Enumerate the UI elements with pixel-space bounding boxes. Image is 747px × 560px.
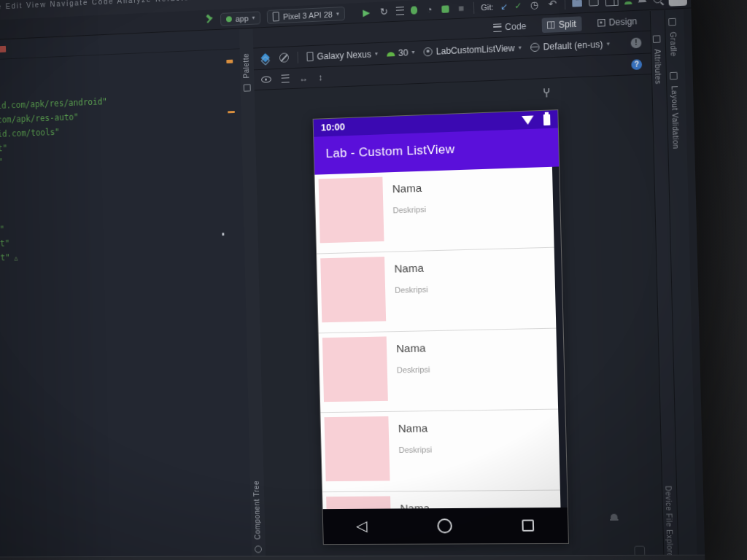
item-description: Deskripsi bbox=[392, 205, 426, 214]
palette-tab[interactable]: Palette bbox=[242, 53, 251, 92]
attributes-tab[interactable]: Attributes bbox=[653, 35, 662, 85]
palette-icon bbox=[244, 84, 251, 91]
item-thumbnail bbox=[320, 257, 386, 322]
item-description: Deskripsi bbox=[395, 285, 428, 295]
tab-code[interactable]: Code bbox=[487, 18, 532, 35]
tab-design[interactable]: Design bbox=[592, 14, 643, 31]
item-thumbnail bbox=[324, 416, 390, 481]
list-item[interactable]: Nama Deskripsi bbox=[317, 247, 563, 333]
git-label: Git: bbox=[481, 2, 494, 12]
profile-button[interactable]: ◔ bbox=[424, 4, 436, 15]
phone-icon bbox=[273, 12, 279, 21]
sdk-manager-icon[interactable] bbox=[624, 0, 632, 4]
device-manager-icon[interactable] bbox=[605, 0, 618, 6]
vertical-resize-icon[interactable]: ↕ bbox=[318, 72, 322, 82]
code-line: tent" bbox=[0, 238, 9, 249]
undo-button[interactable]: ↶ bbox=[546, 0, 558, 9]
list-item[interactable]: Nama Deskripsi bbox=[322, 491, 568, 510]
item-name: Nama bbox=[396, 341, 426, 354]
canvas-notification-bell-icon[interactable] bbox=[611, 514, 619, 521]
gradle-tab[interactable]: Gradle bbox=[668, 18, 678, 57]
back-icon: ◁ bbox=[356, 517, 368, 534]
gradle-icon bbox=[668, 18, 676, 26]
layout-validation-icon bbox=[670, 72, 678, 80]
item-thumbnail bbox=[326, 496, 392, 509]
chevron-down-icon: ▾ bbox=[607, 40, 610, 47]
home-icon bbox=[437, 518, 452, 533]
chevron-down-icon: ▾ bbox=[252, 15, 255, 21]
wifi-icon bbox=[522, 115, 534, 125]
history-clock-button[interactable]: ◷ bbox=[529, 0, 541, 10]
chevron-down-icon: ▾ bbox=[519, 44, 522, 51]
run-button[interactable]: ▶ bbox=[361, 7, 372, 18]
toolbar-separator bbox=[298, 51, 298, 63]
search-icon[interactable] bbox=[654, 0, 662, 4]
api-level-selector[interactable]: 30 ▾ bbox=[387, 47, 415, 58]
git-update-button[interactable]: ↙ bbox=[500, 1, 508, 12]
list-item[interactable]: Nama Deskripsi bbox=[320, 409, 567, 492]
list-item[interactable]: Nama Deskripsi bbox=[314, 166, 560, 254]
theme-selector[interactable]: LabCustomListView ▾ bbox=[423, 42, 521, 57]
scrollbar-change-mark bbox=[228, 111, 235, 113]
apply-changes-button[interactable]: ↻ bbox=[379, 6, 390, 18]
design-icon bbox=[597, 19, 605, 27]
recents-icon bbox=[522, 520, 534, 532]
notifications-bell-icon[interactable] bbox=[639, 0, 647, 4]
app-title: Lab - Custom ListView bbox=[325, 142, 454, 161]
chevron-down-icon: ▾ bbox=[411, 49, 414, 55]
list-item[interactable]: Nama Deskripsi bbox=[319, 328, 565, 413]
build-hammer-icon[interactable] bbox=[205, 15, 214, 24]
item-thumbnail bbox=[322, 336, 388, 402]
code-line: tent"△ bbox=[0, 252, 18, 263]
android-app-icon bbox=[226, 16, 232, 22]
terminal-icon[interactable] bbox=[589, 0, 599, 7]
list-options-icon[interactable] bbox=[282, 74, 290, 82]
design-surface-icon[interactable] bbox=[260, 53, 271, 64]
stop-button[interactable]: ■ bbox=[455, 2, 467, 14]
render-issues-icon[interactable]: ! bbox=[631, 37, 642, 48]
help-icon[interactable]: ? bbox=[631, 59, 642, 70]
apply-code-changes-button[interactable] bbox=[396, 7, 404, 15]
android-studio-window: File Edit View Navigate Code Analyze Ref… bbox=[0, 0, 705, 560]
item-name: Nama bbox=[392, 182, 422, 195]
phone-nav-bar: ◁ bbox=[323, 508, 568, 544]
gutter-mark bbox=[222, 233, 224, 236]
profile-square-icon[interactable] bbox=[668, 0, 687, 7]
component-tree-icon bbox=[255, 545, 262, 553]
render-wrench-icon bbox=[542, 88, 551, 98]
xml-file-tab-icon[interactable] bbox=[0, 46, 6, 52]
orientation-icon[interactable] bbox=[279, 52, 289, 62]
tab-split[interactable]: Split bbox=[542, 16, 581, 33]
item-name: Nama bbox=[398, 421, 428, 435]
device-in-editor-selector[interactable]: Galaxy Nexus ▾ bbox=[306, 49, 378, 62]
run-configuration-chip[interactable]: app ▾ bbox=[220, 11, 261, 26]
toolbar-separator bbox=[565, 0, 565, 9]
view-options-icon[interactable] bbox=[261, 76, 271, 83]
code-line: iew" bbox=[0, 224, 4, 234]
attributes-icon bbox=[653, 35, 661, 43]
item-name: Nama bbox=[394, 262, 424, 275]
chevron-down-icon: ▾ bbox=[336, 10, 339, 17]
device-selector-chip[interactable]: Pixel 3 API 28 ▾ bbox=[267, 7, 345, 24]
phone-preview[interactable]: 10:00 Lab - Custom ListView Nama Deskrip… bbox=[313, 109, 569, 545]
scrollbar-change-mark bbox=[226, 60, 233, 63]
git-commit-button[interactable]: ✓ bbox=[514, 0, 522, 11]
project-structure-icon[interactable] bbox=[572, 0, 582, 7]
locale-selector[interactable]: Default (en-us) ▾ bbox=[530, 39, 610, 52]
split-icon bbox=[547, 21, 555, 29]
custom-listview[interactable]: Nama Deskripsi Nama Deskripsi Nama Deskr… bbox=[314, 166, 567, 509]
code-line: ing" bbox=[0, 157, 3, 168]
code-icon bbox=[493, 23, 502, 32]
item-description: Deskripsi bbox=[398, 445, 432, 454]
battery-icon bbox=[543, 114, 551, 126]
photo-background: File Edit View Navigate Code Analyze Ref… bbox=[0, 0, 747, 560]
device-label: Pixel 3 API 28 bbox=[283, 9, 333, 20]
chevron-down-icon: ▾ bbox=[375, 50, 378, 57]
globe-icon bbox=[530, 42, 540, 52]
design-canvas[interactable]: 10:00 Lab - Custom ListView Nama Deskrip… bbox=[255, 74, 665, 560]
theme-icon bbox=[423, 47, 432, 56]
run-config-label: app bbox=[236, 14, 249, 23]
debug-button[interactable] bbox=[411, 6, 417, 14]
horizontal-resize-icon[interactable]: ↔ bbox=[299, 73, 308, 83]
attach-debugger-button[interactable] bbox=[441, 5, 449, 13]
